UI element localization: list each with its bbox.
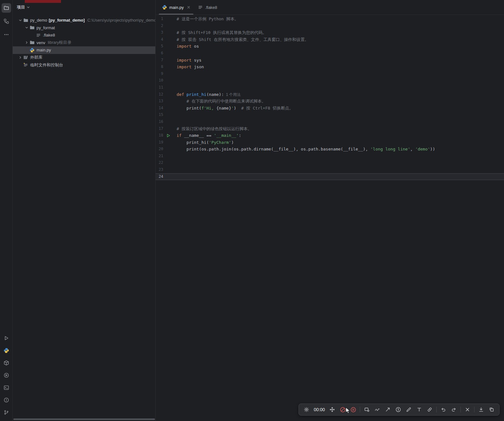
code-line[interactable]: 8import json <box>156 63 504 70</box>
recorder-undo-button[interactable] <box>439 405 448 414</box>
chevron-right-icon[interactable] <box>17 55 23 60</box>
chevron-down-icon[interactable] <box>17 18 23 23</box>
tree-item-label: 外部库 <box>30 55 43 60</box>
editor-tab-label: main.py <box>169 5 184 10</box>
code-line[interactable]: 22 <box>156 159 504 166</box>
recorder-save-download-button[interactable] <box>476 405 486 414</box>
copy-icon <box>489 407 494 412</box>
chevron-down-icon[interactable] <box>24 25 30 30</box>
code-token: sys <box>192 58 201 63</box>
services-icon <box>3 372 9 378</box>
code-line[interactable]: 5import os <box>156 43 504 50</box>
recorder-copy-frame-button[interactable] <box>487 405 496 414</box>
recorder-pencil-tool-button[interactable] <box>404 405 413 414</box>
code-line[interactable]: 23 <box>156 166 504 173</box>
code-line[interactable]: 11 <box>156 84 504 91</box>
code-line[interactable]: 7import sys <box>156 57 504 64</box>
code-text <box>173 77 177 84</box>
recorder-shape-tool-button[interactable] <box>362 405 372 414</box>
tree-item[interactable]: main.py <box>13 46 155 54</box>
code-line[interactable]: 6 <box>156 50 504 57</box>
recorder-eraser-tool-button[interactable] <box>425 405 434 414</box>
scratch-icon <box>23 63 28 68</box>
code-line[interactable]: 3# 按 Shift+F10 执行或将其替换为您的代码。 <box>156 29 504 36</box>
activity-run-button[interactable] <box>2 333 11 343</box>
line-number: 3 <box>156 29 163 36</box>
recorder-close-button[interactable] <box>463 405 472 414</box>
editor-tabs: main.py.flake8 <box>156 0 504 15</box>
activity-version-control-button[interactable] <box>2 408 11 417</box>
tree-item[interactable]: 外部库 <box>13 54 155 62</box>
tree-item[interactable]: py_demo[py_format_demo]C:\Users\yu\proje… <box>13 17 155 24</box>
recorder-text-tool-button[interactable] <box>414 405 424 414</box>
activity-services-button[interactable] <box>2 371 11 380</box>
code-line[interactable]: 15 <box>156 111 504 118</box>
editor-tab-flake8[interactable]: .flake8 <box>194 0 221 15</box>
tree-item-label: py_demo <box>30 18 47 23</box>
code-line[interactable]: 14 print(f'Hi, {name}') # 按 Ctrl+F8 切换断点… <box>156 105 504 112</box>
recorder-pause-button[interactable] <box>348 405 358 414</box>
project-icon <box>3 5 9 11</box>
activity-structure-button[interactable] <box>2 17 11 26</box>
recorder-record-disabled-button[interactable] <box>338 405 347 414</box>
tree-item[interactable]: venvlibrary根目录 <box>13 39 155 47</box>
project-panel-hscrollbar[interactable] <box>13 418 155 420</box>
close-icon[interactable] <box>187 6 190 9</box>
code-line[interactable]: 20 print(os.path.join(os.path.dirname(__… <box>156 146 504 153</box>
line-number: 8 <box>156 63 163 70</box>
code-line[interactable]: 21 <box>156 153 504 160</box>
activity-more-tool-windows-button[interactable] <box>2 30 11 39</box>
code-token: print_hi <box>186 92 206 97</box>
activity-python-packages-button[interactable] <box>2 358 11 368</box>
activity-problems-button[interactable] <box>2 395 11 405</box>
recorder-counter-tool-button[interactable] <box>393 405 403 414</box>
recorder-arrow-tool-button[interactable] <box>383 405 393 414</box>
activity-bar-top <box>2 3 11 39</box>
gutter <box>163 16 173 23</box>
code-token <box>177 99 186 104</box>
gutter <box>163 23 173 30</box>
pencil-icon <box>406 407 412 412</box>
code-token: print_hi( <box>177 140 209 145</box>
code-line[interactable]: 17# 按装订区域中的绿色按钮以运行脚本。 <box>156 125 504 132</box>
line-number: 13 <box>156 98 163 105</box>
code-line[interactable]: 24 <box>156 173 504 180</box>
folder-icon <box>23 18 28 23</box>
code-line[interactable]: 18if __name__ == '__main__': <box>156 132 504 139</box>
code-line[interactable]: 12def print_hi(name): 1 个用法 <box>156 91 504 98</box>
code-line[interactable]: 19 print_hi('PyCharm') <box>156 139 504 146</box>
code-line[interactable]: 16 <box>156 118 504 125</box>
editor: main.py.flake8 1# 这是一个示例 Python 脚本。23# 按… <box>156 0 504 421</box>
activity-python-console-button[interactable] <box>2 346 11 355</box>
recorder-settings-button[interactable] <box>302 405 311 414</box>
code-line[interactable]: 10 <box>156 77 504 84</box>
recorder-freehand-tool-button[interactable] <box>373 405 382 414</box>
tree-item[interactable]: .flake8 <box>13 31 155 39</box>
tree-item[interactable]: 临时文件和控制台 <box>13 61 155 69</box>
activity-terminal-button[interactable] <box>2 383 11 392</box>
tree-item[interactable]: py_format <box>13 24 155 32</box>
code-line[interactable]: 13 # 在下面的代码行中使用断点来调试脚本。 <box>156 98 504 105</box>
activity-project-button[interactable] <box>2 3 11 13</box>
gutter <box>163 105 173 112</box>
recorder-move-button[interactable] <box>327 405 337 414</box>
line-number: 21 <box>156 153 163 160</box>
editor-tab-main-py[interactable]: main.py <box>158 0 194 15</box>
editor-code[interactable]: 1# 这是一个示例 Python 脚本。23# 按 Shift+F10 执行或将… <box>156 15 504 421</box>
line-number: 5 <box>156 43 163 50</box>
code-text: # 这是一个示例 Python 脚本。 <box>173 16 239 23</box>
run-gutter-icon[interactable] <box>163 132 173 139</box>
recorder-redo-button[interactable] <box>449 405 459 414</box>
eraser-icon <box>427 407 433 412</box>
python-packages-icon <box>3 360 9 366</box>
chevron-down-icon[interactable] <box>26 5 30 9</box>
code-text <box>173 84 177 91</box>
code-line[interactable]: 4# 按 双击 Shift 在所有地方搜索类、文件、工具窗口、操作和设置。 <box>156 36 504 43</box>
code-token: import <box>177 58 192 63</box>
code-line[interactable]: 9 <box>156 70 504 77</box>
code-token: # 在下面的代码行中使用断点来调试脚本。 <box>186 99 266 104</box>
code-line[interactable]: 1# 这是一个示例 Python 脚本。 <box>156 16 504 23</box>
chevron-right-icon[interactable] <box>24 40 30 45</box>
code-line[interactable]: 2 <box>156 23 504 30</box>
chevron-spacer <box>17 63 23 68</box>
